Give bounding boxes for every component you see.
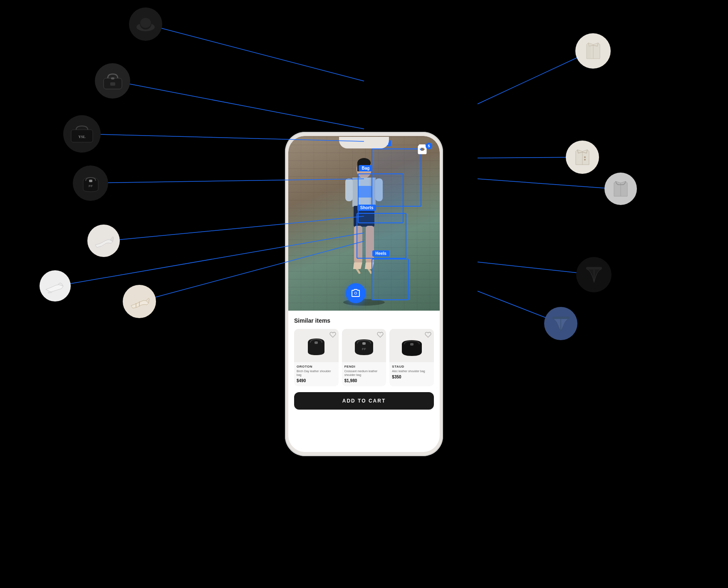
svg-text:FF: FF <box>362 347 366 351</box>
svg-rect-38 <box>352 178 358 207</box>
svg-rect-25 <box>587 44 591 59</box>
brand-fendi: FENDI <box>344 365 384 368</box>
floating-sandals <box>123 285 156 318</box>
brand-oroton: OROTON <box>297 365 336 368</box>
svg-text:YSL: YSL <box>78 135 86 139</box>
svg-rect-47 <box>314 341 318 344</box>
brand-staud: STAUD <box>392 365 431 368</box>
svg-rect-31 <box>587 267 602 269</box>
phone-notch <box>339 137 389 148</box>
svg-rect-17 <box>110 82 115 86</box>
floating-fendi-bag: FF <box>73 166 108 201</box>
heart-icon-3[interactable] <box>425 331 431 338</box>
phone-mockup: Jacket Bag Shorts Heels <box>285 132 443 456</box>
price-fendi: $1,980 <box>344 378 384 383</box>
name-oroton: Birch Day leather shoulder bag <box>297 369 336 377</box>
bag-label: Bag <box>359 165 372 171</box>
svg-rect-33 <box>552 317 569 319</box>
price-oroton: $490 <box>297 378 336 383</box>
svg-line-9 <box>478 179 620 189</box>
heart-icon-1[interactable] <box>329 331 336 338</box>
svg-line-10 <box>478 262 593 274</box>
floating-white-shoes <box>40 270 71 301</box>
phone-screen: Jacket Bag Shorts Heels <box>288 136 440 452</box>
svg-rect-50 <box>410 343 414 346</box>
shorts-label: Shorts <box>357 205 376 211</box>
product-card-fendi[interactable]: FF FENDI Croissant medium leather should… <box>342 329 386 386</box>
bottom-content: Similar items <box>288 311 440 452</box>
phone-shell: Jacket Bag Shorts Heels <box>285 132 443 456</box>
floating-jacket-right <box>575 33 611 69</box>
cart-badge: 5 <box>426 143 432 149</box>
svg-rect-16 <box>111 77 114 79</box>
name-fendi: Croissant medium leather shoulder bag <box>344 369 384 377</box>
floating-crossbody-bag <box>95 63 130 99</box>
heels-detection-box: Heels <box>371 259 409 300</box>
similar-items-title: Similar items <box>294 317 434 324</box>
floating-blazer-right <box>566 141 599 174</box>
floating-heels <box>87 225 120 257</box>
svg-line-1 <box>112 81 364 129</box>
floating-grey-jacket <box>604 173 637 205</box>
heart-icon-2[interactable] <box>377 331 384 338</box>
product-grid: OROTON Birch Day leather shoulder bag $4… <box>294 329 434 386</box>
svg-point-14 <box>140 18 151 28</box>
hero-image: Jacket Bag Shorts Heels <box>288 136 440 311</box>
price-staud: $350 <box>392 375 431 379</box>
cart-icon-area[interactable]: 5 <box>416 143 431 158</box>
product-card-staud[interactable]: STAUD Alec leather shoulder bag $350 <box>389 329 434 386</box>
floating-black-shorts <box>576 257 612 292</box>
floating-ysl-bag: YSL <box>63 115 101 153</box>
svg-point-27 <box>584 156 586 158</box>
svg-line-0 <box>146 24 364 81</box>
camera-button[interactable] <box>346 283 366 303</box>
floating-hat <box>129 7 162 41</box>
heels-label: Heels <box>372 250 389 257</box>
name-staud: Alec leather shoulder bag <box>392 369 431 373</box>
svg-text:FF: FF <box>89 184 93 188</box>
floating-denim-shorts <box>544 307 577 340</box>
svg-line-7 <box>478 51 592 104</box>
product-card-oroton[interactable]: OROTON Birch Day leather shoulder bag $4… <box>294 329 339 386</box>
add-to-cart-button[interactable]: ADD TO CART <box>294 392 434 410</box>
svg-rect-41 <box>345 178 353 201</box>
svg-rect-20 <box>89 180 92 182</box>
svg-rect-48 <box>362 342 366 345</box>
svg-point-28 <box>584 159 586 161</box>
